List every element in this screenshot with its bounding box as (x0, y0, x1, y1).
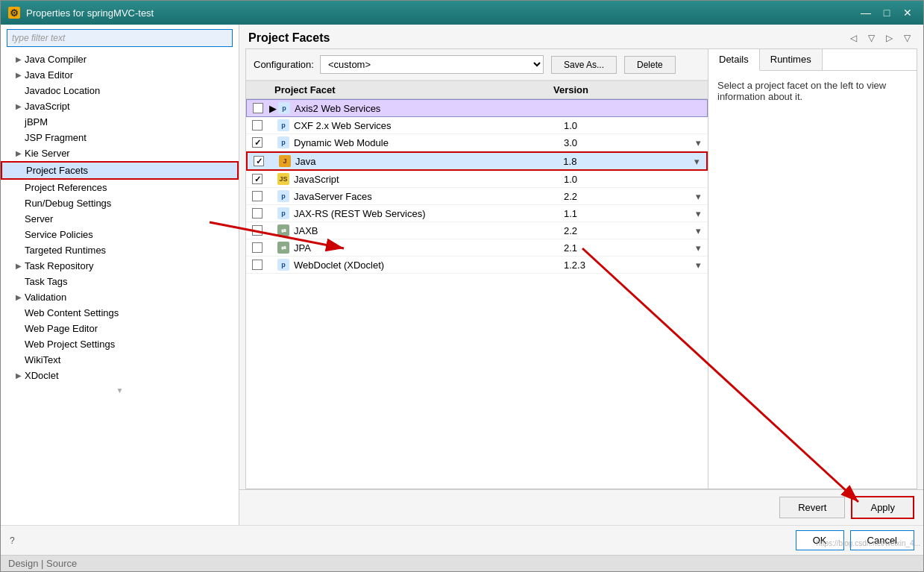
revert-button[interactable]: Revert (779, 497, 845, 518)
facet-row-javascript[interactable]: ▶ JS JavaScript 1.0 (246, 171, 708, 188)
facet-dropdown-webdoclet[interactable]: ▾ (696, 260, 708, 271)
facet-dropdown-java[interactable]: ▾ (694, 156, 706, 167)
checkbox-webdoclet[interactable] (252, 260, 263, 270)
delete-button[interactable]: Delete (624, 56, 676, 74)
right-header: Project Facets ◁ ▽ ▷ ▽ (239, 25, 923, 48)
facet-check-javascript[interactable] (246, 174, 268, 184)
checkbox-java[interactable] (254, 156, 264, 166)
facet-check-jsf[interactable] (246, 191, 268, 201)
checkbox-dynamic-web[interactable] (252, 137, 263, 148)
properties-dialog: ⚙ Properties for springMVC-test — □ ✕ ▶ … (0, 0, 924, 572)
close-button[interactable]: ✕ (899, 4, 916, 21)
sidebar-item-web-page-editor[interactable]: ▶ Web Page Editor (1, 321, 239, 336)
checkbox-cxf[interactable] (252, 120, 263, 131)
sidebar-item-server[interactable]: ▶ Server (1, 211, 239, 227)
facet-version-jaxb: 2.2 (558, 225, 696, 236)
tab-runtimes[interactable]: Runtimes (760, 49, 823, 70)
nav-forward-button[interactable]: ▷ (881, 31, 896, 45)
facet-row-dynamic-web[interactable]: ▶ p Dynamic Web Module 3.0 ▾ (246, 134, 708, 151)
facet-dropdown-jpa[interactable]: ▾ (696, 242, 708, 254)
tab-details[interactable]: Details (708, 49, 760, 71)
sidebar-item-xdoclet[interactable]: ▶ XDoclet (1, 368, 239, 383)
facet-name-webdoclet: WebDoclet (XDoclet) (292, 260, 558, 271)
page-title: Project Facets (248, 31, 330, 45)
watermark: https://blog.csdn.net/weixin_4... (813, 538, 923, 549)
checkbox-jsf[interactable] (252, 191, 263, 201)
facet-version-jsf: 2.2 (558, 191, 696, 202)
sidebar-item-kie-server[interactable]: ▶ Kie Server (1, 145, 239, 161)
minimize-button[interactable]: — (858, 4, 874, 21)
tree-container: ▶ Java Compiler ▶ Java Editor ▶ Javadoc … (1, 51, 239, 525)
checkbox-jpa[interactable] (252, 242, 263, 253)
facet-version-java: 1.8 (557, 156, 694, 167)
sidebar-item-project-facets[interactable]: ▶ Project Facets (1, 161, 239, 180)
facet-row-jpa[interactable]: ▶ ⇄ JPA 2.1 ▾ (246, 239, 708, 257)
facet-icon-java: J (279, 155, 291, 167)
facet-row-webdoclet[interactable]: ▶ p WebDoclet (XDoclet) 1.2.3 ▾ (246, 257, 708, 274)
sidebar-item-jsp-fragment[interactable]: ▶ JSP Fragment (1, 130, 239, 145)
left-panel: ▶ Java Compiler ▶ Java Editor ▶ Javadoc … (1, 25, 239, 525)
facet-row-axis2[interactable]: ▶ p Axis2 Web Services (246, 99, 708, 117)
config-select[interactable]: <custom> (320, 55, 544, 74)
checkbox-jaxrs[interactable] (252, 208, 263, 219)
maximize-button[interactable]: □ (879, 4, 895, 21)
dialog-icon: ⚙ (8, 7, 20, 19)
details-content: Select a project facet on the left to vi… (708, 71, 917, 488)
sidebar-item-java-compiler[interactable]: ▶ Java Compiler (1, 51, 239, 67)
sidebar-item-service-policies[interactable]: ▶ Service Policies (1, 227, 239, 242)
sidebar-item-task-repository[interactable]: ▶ Task Repository (1, 258, 239, 274)
sidebar-item-web-content-settings[interactable]: ▶ Web Content Settings (1, 305, 239, 321)
facet-check-cxf[interactable] (246, 120, 268, 131)
sidebar-item-jbpm[interactable]: ▶ jBPM (1, 114, 239, 130)
facet-check-dynamic-web[interactable] (246, 137, 268, 148)
checkbox-jaxb[interactable] (252, 225, 263, 236)
facet-name-jsf: JavaServer Faces (292, 191, 558, 202)
expand-arrow: ▶ (16, 371, 22, 380)
facet-dropdown-jsf[interactable]: ▾ (696, 191, 708, 202)
sidebar-item-wikitext[interactable]: ▶ WikiText (1, 352, 239, 368)
apply-button[interactable]: Apply (851, 496, 914, 519)
facet-check-axis2[interactable] (247, 103, 269, 113)
facet-icon-cxf: p (277, 119, 289, 131)
sidebar-item-project-references[interactable]: ▶ Project References (1, 180, 239, 195)
filter-input[interactable] (7, 29, 233, 47)
sidebar-item-javadoc-location[interactable]: ▶ Javadoc Location (1, 83, 239, 98)
nav-menu-button[interactable]: ▽ (899, 31, 914, 45)
facet-name-jpa: JPA (292, 242, 558, 254)
sidebar-item-targeted-runtimes[interactable]: ▶ Targeted Runtimes (1, 242, 239, 258)
facet-check-java[interactable] (248, 156, 270, 166)
facet-icon-jsf: p (277, 190, 289, 202)
facet-row-jsf[interactable]: ▶ p JavaServer Faces 2.2 ▾ (246, 188, 708, 205)
expand-arrow: ▶ (16, 293, 22, 301)
facet-row-jaxb[interactable]: ▶ ⇄ JAXB 2.2 ▾ (246, 222, 708, 239)
sidebar-item-java-editor[interactable]: ▶ Java Editor (1, 67, 239, 83)
facet-check-jaxrs[interactable] (246, 208, 268, 219)
expand-arrow: ▶ (16, 149, 22, 157)
facet-row-cxf[interactable]: ▶ p CXF 2.x Web Services 1.0 (246, 117, 708, 134)
title-bar: ⚙ Properties for springMVC-test — □ ✕ (1, 1, 923, 25)
facet-check-jpa[interactable] (246, 242, 268, 253)
checkbox-javascript[interactable] (252, 174, 263, 184)
sidebar-item-run-debug[interactable]: ▶ Run/Debug Settings (1, 195, 239, 211)
facet-dropdown-jaxb[interactable]: ▾ (696, 225, 708, 236)
facet-dropdown-jaxrs[interactable]: ▾ (696, 208, 708, 219)
save-as-button[interactable]: Save As... (551, 56, 617, 74)
help-icon[interactable]: ? (10, 535, 15, 546)
sidebar-item-validation[interactable]: ▶ Validation (1, 289, 239, 305)
nav-down-button[interactable]: ▽ (864, 31, 879, 45)
checkbox-axis2[interactable] (253, 103, 263, 113)
config-label: Configuration: (254, 59, 314, 70)
sidebar-item-web-project-settings[interactable]: ▶ Web Project Settings (1, 336, 239, 352)
facet-row-jaxrs[interactable]: ▶ p JAX-RS (REST Web Services) 1.1 ▾ (246, 205, 708, 222)
sidebar-item-task-tags[interactable]: ▶ Task Tags (1, 274, 239, 289)
facet-name-jaxb: JAXB (292, 225, 558, 236)
facet-check-jaxb[interactable] (246, 225, 268, 236)
facet-icon-webdoclet: p (277, 259, 289, 271)
facet-row-java[interactable]: ▶ J Java 1.8 ▾ (246, 151, 708, 171)
facet-dropdown-dynamic-web[interactable]: ▾ (696, 137, 708, 148)
facet-version-jpa: 2.1 (558, 242, 696, 254)
facet-check-webdoclet[interactable] (246, 260, 268, 270)
nav-back-button[interactable]: ◁ (846, 31, 861, 45)
facet-version-dynamic-web: 3.0 (558, 137, 696, 148)
sidebar-item-javascript[interactable]: ▶ JavaScript (1, 98, 239, 114)
